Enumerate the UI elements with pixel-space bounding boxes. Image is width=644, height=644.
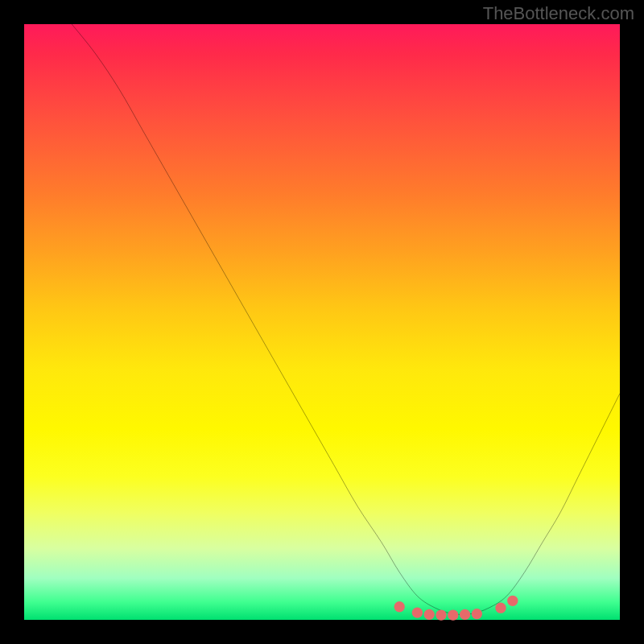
marker-dot	[472, 609, 482, 619]
marker-dot	[495, 603, 506, 613]
highlight-markers	[394, 596, 518, 621]
bottleneck-curve-line	[72, 24, 620, 615]
chart-plot-area	[24, 24, 620, 620]
marker-dot	[424, 609, 435, 620]
chart-svg	[24, 24, 620, 620]
marker-dot	[436, 609, 446, 620]
marker-dot	[412, 607, 423, 617]
marker-dot	[507, 596, 518, 606]
marker-dot	[448, 609, 458, 620]
marker-dot	[394, 601, 405, 612]
marker-dot	[460, 609, 470, 620]
watermark-text: TheBottleneck.com	[483, 3, 634, 24]
